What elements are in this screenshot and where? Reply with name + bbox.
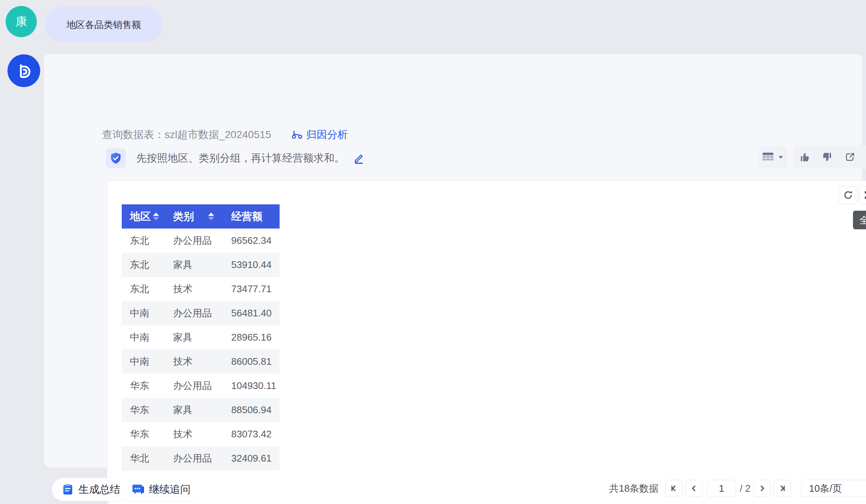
- more-button[interactable]: [865, 149, 866, 165]
- table-row: 中南 办公用品 56481.40: [122, 301, 280, 325]
- dataset-name: szl超市数据_20240515: [165, 128, 271, 142]
- continue-ask-label: 继续追问: [149, 482, 191, 497]
- shield-check-icon: [109, 152, 122, 165]
- cell-region: 中南: [122, 301, 165, 325]
- instruction-text: 先按照地区、类别分组，再计算经营额求和。: [136, 151, 345, 165]
- cell-category: 办公用品: [165, 374, 223, 398]
- prev-page-button[interactable]: [685, 480, 703, 497]
- branch-icon: [291, 129, 302, 140]
- chevron-right-icon: [758, 484, 767, 493]
- query-label: 查询数据表：: [102, 128, 165, 142]
- caret-down-icon: [778, 155, 784, 159]
- page-size-select[interactable]: 10条/页: [801, 480, 866, 497]
- table-row: 华东 家具 88506.94: [122, 398, 280, 422]
- cell-revenue: 104930.11: [223, 374, 280, 398]
- edit-instruction-button[interactable]: [353, 152, 365, 164]
- assistant-logo: [7, 54, 40, 87]
- cell-region: 东北: [122, 229, 165, 253]
- cell-region: 华北: [122, 446, 165, 470]
- cell-revenue: 96562.34: [223, 229, 280, 253]
- table-row: 中南 家具 28965.16: [122, 325, 280, 350]
- chevron-left-icon: [690, 484, 698, 493]
- cell-region: 中南: [122, 350, 165, 374]
- pagination-bar: 共18条数据 / 2: [609, 480, 866, 497]
- thumbs-up-icon: [799, 151, 810, 163]
- cell-category: 技术: [165, 350, 223, 374]
- cell-region: 中南: [122, 325, 165, 350]
- fullscreen-tooltip-text: 全屏: [859, 214, 866, 227]
- table-header-region: 地区: [122, 204, 165, 229]
- table-header-revenue: 经营额: [223, 204, 280, 229]
- fullscreen-button[interactable]: [859, 186, 866, 204]
- table-row: 中南 技术 86005.81: [122, 350, 280, 374]
- attribution-label: 归因分析: [306, 128, 348, 142]
- page-count-label: / 2: [740, 483, 751, 494]
- result-panel: 全屏 地区 类别 经营额: [107, 181, 866, 504]
- instruction-line: 先按照地区、类别分组，再计算经营额求和。: [106, 148, 365, 169]
- cell-category: 办公用品: [165, 446, 223, 470]
- query-line: 查询数据表： szl超市数据_20240515 归因分析: [102, 127, 348, 143]
- header-label: 经营额: [231, 210, 262, 224]
- refresh-icon: [843, 190, 853, 200]
- cell-category: 办公用品: [165, 301, 223, 325]
- generate-summary-label: 生成总结: [79, 482, 120, 497]
- pencil-icon: [353, 152, 365, 164]
- cell-revenue: 83073.42: [223, 422, 280, 446]
- next-page-button[interactable]: [754, 480, 771, 497]
- page-number-input[interactable]: [707, 480, 736, 497]
- cell-region: 东北: [122, 253, 165, 277]
- attribution-link[interactable]: 归因分析: [291, 128, 348, 142]
- pagination-total: 共18条数据: [609, 482, 659, 495]
- cell-revenue: 32409.61: [223, 446, 280, 470]
- cell-region: 华东: [122, 422, 165, 446]
- cell-category: 办公用品: [165, 229, 223, 253]
- cell-revenue: 73477.71: [223, 277, 280, 301]
- thumbs-up-button[interactable]: [796, 149, 813, 165]
- last-page-button[interactable]: [774, 480, 791, 497]
- table-header-row: 地区 类别 经营额: [122, 204, 280, 229]
- cell-revenue: 88506.94: [223, 398, 280, 422]
- refresh-button[interactable]: [838, 186, 858, 204]
- fullscreen-tooltip: 全屏: [853, 211, 866, 229]
- cell-category: 家具: [165, 398, 223, 422]
- thumbs-down-icon: [822, 151, 833, 163]
- generate-summary-button[interactable]: 生成总结: [52, 478, 130, 501]
- cell-revenue: 53910.44: [223, 253, 280, 277]
- cell-region: 华东: [122, 398, 165, 422]
- table-row: 东北 家具 53910.44: [122, 253, 280, 277]
- chat-bubble-icon: [132, 483, 144, 496]
- table-row: 东北 技术 73477.71: [122, 277, 280, 301]
- sort-control-region[interactable]: [153, 213, 159, 220]
- table-row: 华东 办公用品 104930.11: [122, 374, 280, 398]
- continue-ask-button[interactable]: 继续追问: [122, 478, 200, 501]
- cell-category: 技术: [165, 277, 223, 301]
- cell-revenue: 28965.16: [223, 325, 280, 350]
- app-root: 康 地区各品类销售额 查询数据表： szl超市数据_20240515: [0, 0, 866, 504]
- user-message-bubble: 地区各品类销售额: [45, 7, 163, 42]
- sort-control-category[interactable]: [208, 213, 214, 220]
- page-size-value: 10条/页: [809, 482, 842, 495]
- table-row: 东北 办公用品 96562.34: [122, 229, 280, 253]
- cell-category: 家具: [165, 253, 223, 277]
- cell-category: 技术: [165, 422, 223, 446]
- share-button[interactable]: [842, 149, 858, 165]
- view-switch-button[interactable]: [759, 146, 787, 169]
- header-label: 地区: [130, 210, 151, 224]
- shield-badge: [106, 148, 126, 168]
- table-view-icon: [762, 151, 776, 163]
- share-icon: [844, 151, 856, 163]
- user-avatar: 康: [6, 6, 37, 37]
- thumbs-down-button[interactable]: [819, 149, 835, 165]
- user-message-text: 地区各品类销售额: [67, 19, 141, 31]
- fullscreen-icon: [863, 190, 866, 200]
- cell-revenue: 56481.40: [223, 301, 280, 325]
- feedback-toolbar: [793, 146, 866, 169]
- cell-region: 华东: [122, 374, 165, 398]
- cell-revenue: 86005.81: [223, 350, 280, 374]
- table-row: 华东 技术 83073.42: [122, 422, 280, 446]
- cell-region: 东北: [122, 277, 165, 301]
- answer-card: 查询数据表： szl超市数据_20240515 归因分析: [44, 54, 862, 468]
- clipboard-icon: [61, 483, 74, 496]
- first-page-icon: [669, 484, 678, 493]
- first-page-button[interactable]: [665, 480, 682, 497]
